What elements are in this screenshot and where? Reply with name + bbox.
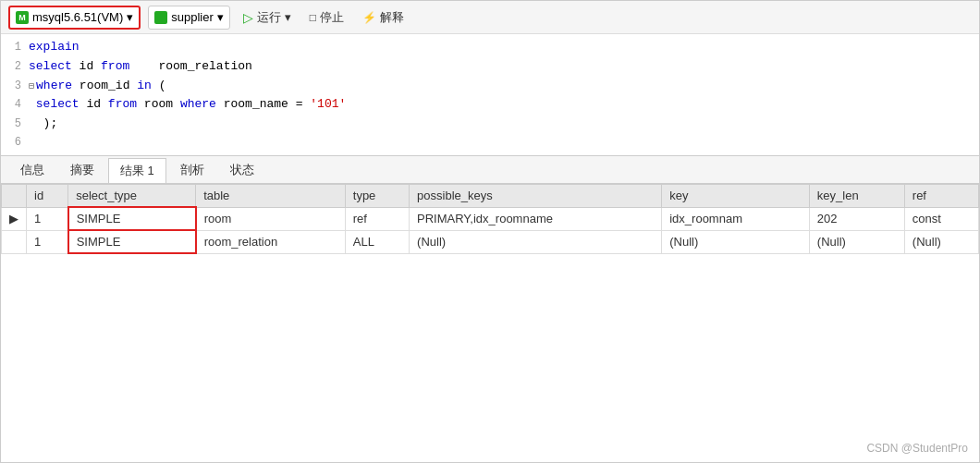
db-selector[interactable]: M msyql5.6.51(VM) ▾: [8, 6, 141, 30]
table-cell: (Null): [410, 230, 662, 253]
column-header: select_type: [68, 185, 196, 208]
table-cell: SIMPLE: [68, 207, 196, 230]
line-number: 5: [1, 116, 29, 133]
collapse-icon[interactable]: ⊟: [29, 81, 34, 91]
column-header: key_len: [809, 185, 904, 208]
table-cell: PRIMARY,idx_roomname: [410, 207, 662, 230]
tab-摘要[interactable]: 摘要: [58, 157, 106, 182]
tab-剖析[interactable]: 剖析: [168, 157, 216, 182]
keyword: in: [137, 79, 152, 92]
table-cell: ALL: [345, 230, 409, 253]
table-row[interactable]: ▶1SIMPLEroomrefPRIMARY,idx_roomnameidx_r…: [2, 207, 979, 230]
table-cell: 202: [809, 207, 904, 230]
table-cell: 1: [27, 230, 68, 253]
schema-dropdown-icon: ▾: [217, 10, 224, 24]
column-header: type: [345, 185, 409, 208]
results-wrapper: idselect_typetabletypepossible_keyskeyke…: [1, 184, 979, 462]
code-text: room_id: [72, 79, 137, 92]
main-window: M msyql5.6.51(VM) ▾ supplier ▾ ▷ 运行 ▾ □ …: [0, 0, 980, 463]
table-row[interactable]: 1SIMPLEroom_relationALL(Null)(Null)(Null…: [2, 230, 979, 253]
line-number: 1: [1, 39, 29, 56]
line-content: ⊟where room_id in (: [29, 77, 979, 96]
code-line: 4 select id from room where room_name = …: [1, 95, 979, 115]
run-icon: ▷: [243, 10, 253, 25]
keyword: where: [36, 79, 72, 92]
toolbar: M msyql5.6.51(VM) ▾ supplier ▾ ▷ 运行 ▾ □ …: [1, 1, 979, 34]
line-number: 4: [1, 96, 29, 114]
results-area[interactable]: idselect_typetabletypepossible_keyskeyke…: [1, 184, 979, 462]
schema-selector[interactable]: supplier ▾: [148, 6, 230, 30]
db-label: msyql5.6.51(VM): [32, 10, 123, 24]
schema-icon: [154, 11, 167, 24]
schema-label: supplier: [171, 10, 214, 24]
explain-button[interactable]: ⚡ 解释: [357, 7, 410, 28]
db-icon: M: [16, 11, 29, 24]
line-content: );: [29, 115, 979, 134]
explain-label: 解释: [380, 9, 404, 26]
table-cell: ▶: [2, 207, 27, 230]
table-cell: idx_roomnam: [662, 207, 810, 230]
table-cell: const: [904, 207, 978, 230]
line-number: 3: [1, 78, 29, 95]
line-content: select id from room_relation: [29, 57, 979, 77]
table-cell: [2, 230, 27, 253]
db-dropdown-icon: ▾: [127, 10, 133, 24]
code-text: room: [137, 97, 180, 111]
code-text: (: [152, 79, 166, 92]
explain-icon: ⚡: [362, 11, 376, 24]
code-line: 2select id from room_relation: [1, 57, 979, 77]
string-literal: '101': [310, 97, 346, 111]
keyword: explain: [29, 40, 80, 54]
keyword: from: [108, 97, 137, 111]
run-label: 运行: [257, 9, 281, 26]
keyword: select: [29, 59, 72, 73]
stop-icon: □: [310, 11, 316, 24]
code-line: 1explain: [1, 38, 979, 57]
column-header: possible_keys: [410, 185, 662, 208]
line-content: explain: [29, 38, 979, 57]
code-line: 3⊟where room_id in (: [1, 77, 979, 96]
code-text: id: [80, 97, 108, 111]
table-cell: ref: [345, 207, 409, 230]
stop-button[interactable]: □ 停止: [304, 7, 349, 28]
run-dropdown-icon: ▾: [285, 10, 291, 24]
code-line: 6: [1, 134, 979, 152]
table-cell: SIMPLE: [68, 230, 196, 253]
table-cell: (Null): [809, 230, 904, 253]
line-number: 6: [1, 134, 29, 152]
code-text: room_relation: [129, 59, 252, 73]
keyword: where: [180, 97, 216, 111]
keyword: from: [101, 59, 129, 73]
column-header: table: [196, 185, 346, 208]
results-table: idselect_typetabletypepossible_keyskeyke…: [1, 184, 979, 254]
table-cell: (Null): [662, 230, 810, 253]
tab-结果-1[interactable]: 结果 1: [108, 158, 166, 183]
run-button[interactable]: ▷ 运行 ▾: [238, 7, 297, 28]
code-text: [29, 97, 36, 111]
code-line: 5 );: [1, 115, 979, 134]
code-text: id: [72, 59, 101, 73]
line-number: 2: [1, 58, 29, 76]
table-cell: (Null): [904, 230, 978, 253]
table-cell: 1: [27, 207, 68, 230]
column-header: [2, 185, 27, 208]
watermark: CSDN @StudentPro: [866, 442, 968, 455]
tab-信息[interactable]: 信息: [8, 157, 56, 182]
code-text: room_name =: [216, 97, 310, 111]
keyword: select: [36, 97, 80, 111]
column-header: id: [27, 185, 68, 208]
column-header: key: [662, 185, 810, 208]
tab-状态[interactable]: 状态: [218, 157, 266, 182]
table-cell: room_relation: [196, 230, 346, 253]
column-header: ref: [904, 185, 978, 208]
tabs-bar: 信息摘要结果 1剖析状态: [1, 156, 979, 184]
code-text: );: [29, 116, 57, 130]
stop-label: 停止: [320, 9, 344, 26]
table-cell: room: [196, 207, 346, 230]
line-content: select id from room where room_name = '1…: [29, 95, 979, 115]
code-editor[interactable]: 1explain2select id from room_relation3⊟w…: [1, 34, 979, 156]
